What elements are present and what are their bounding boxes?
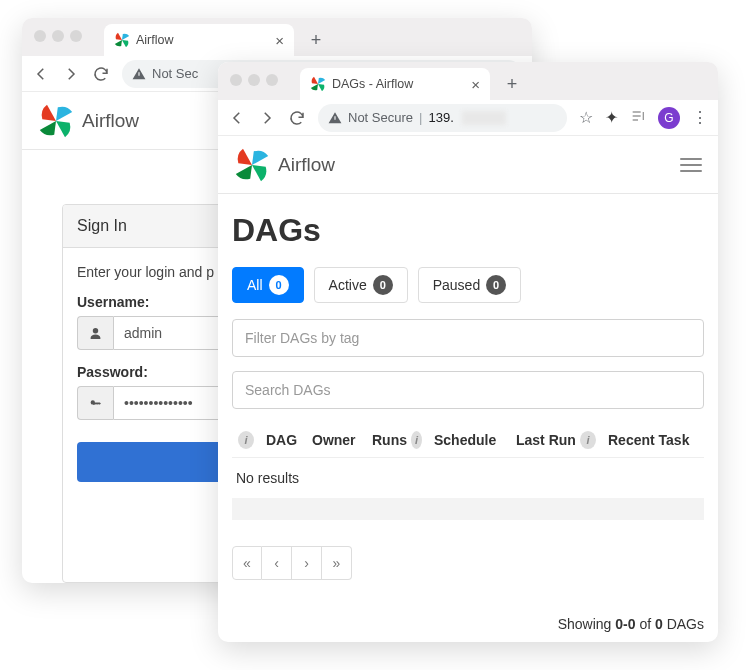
info-icon: i (580, 431, 596, 449)
filter-paused[interactable]: Paused 0 (418, 267, 521, 303)
pager-first[interactable]: « (232, 546, 262, 580)
reading-list-icon[interactable] (630, 108, 646, 128)
extension-icon[interactable]: ✦ (605, 108, 618, 127)
tab-title: DAGs - Airflow (332, 77, 413, 91)
th-schedule[interactable]: Schedule (428, 432, 510, 448)
info-icon: i (411, 431, 422, 449)
traffic-minimize[interactable] (52, 30, 64, 42)
th-recent[interactable]: Recent Task (602, 432, 695, 448)
th-dag[interactable]: DAG (260, 432, 306, 448)
pager: « ‹ › » (232, 546, 704, 580)
key-icon (77, 386, 113, 420)
filter-all[interactable]: All 0 (232, 267, 304, 303)
filter-active[interactable]: Active 0 (314, 267, 408, 303)
app-name: Airflow (278, 154, 335, 176)
toolbar-right: ☆ ✦ G ⋮ (579, 107, 708, 129)
airflow-favicon-icon (310, 76, 326, 92)
star-icon[interactable]: ☆ (579, 108, 593, 127)
pager-last[interactable]: » (322, 546, 352, 580)
user-icon (77, 316, 113, 350)
avatar[interactable]: G (658, 107, 680, 129)
app-name: Airflow (82, 110, 139, 132)
dags-content: DAGs All 0 Active 0 Paused 0 i DAG Owner… (218, 194, 718, 606)
address-bar[interactable]: Not Secure | 139. (318, 104, 567, 132)
app-navbar: Airflow (218, 136, 718, 194)
airflow-favicon-icon (114, 32, 130, 48)
address-ip: 139. (428, 110, 453, 125)
tab-title: Airflow (136, 33, 174, 47)
not-secure-label: Not Secure (348, 110, 413, 125)
nav-back-icon[interactable] (228, 109, 246, 127)
not-secure-warning-icon (328, 111, 342, 125)
pill-count: 0 (373, 275, 393, 295)
info-icon: i (232, 431, 260, 449)
pill-label: Paused (433, 277, 480, 293)
pill-count: 0 (486, 275, 506, 295)
tabstrip: Airflow × + (104, 24, 532, 56)
traffic-close[interactable] (230, 74, 242, 86)
tab-dags[interactable]: DAGs - Airflow × (300, 68, 490, 100)
new-tab-button[interactable]: + (498, 70, 526, 98)
page-title: DAGs (232, 212, 704, 249)
pager-prev[interactable]: ‹ (262, 546, 292, 580)
tab-close-icon[interactable]: × (275, 32, 284, 49)
browser-window-dags: DAGs - Airflow × + Not Secure | 139. ☆ ✦… (218, 62, 718, 642)
nav-reload-icon[interactable] (288, 109, 306, 127)
titlebar: Airflow × + (22, 18, 532, 56)
airflow-logo-icon (234, 147, 270, 183)
omnibar: Not Secure | 139. ☆ ✦ G ⋮ (218, 100, 718, 136)
table-footer-bar (232, 498, 704, 520)
pill-label: All (247, 277, 263, 293)
traffic-zoom[interactable] (266, 74, 278, 86)
footer-count: Showing 0-0 of 0 DAGs (218, 606, 718, 642)
pager-next[interactable]: › (292, 546, 322, 580)
airflow-logo-icon (38, 103, 74, 139)
nav-forward-icon[interactable] (62, 65, 80, 83)
th-owner[interactable]: Owner (306, 432, 366, 448)
nav-back-icon[interactable] (32, 65, 50, 83)
not-secure-label: Not Sec (152, 66, 198, 81)
traffic-close[interactable] (34, 30, 46, 42)
nav-reload-icon[interactable] (92, 65, 110, 83)
filter-pills: All 0 Active 0 Paused 0 (232, 267, 704, 303)
filter-tags-input[interactable] (232, 319, 704, 357)
tabstrip: DAGs - Airflow × + (300, 68, 718, 100)
menu-icon[interactable]: ⋮ (692, 108, 708, 127)
pill-label: Active (329, 277, 367, 293)
th-lastrun[interactable]: Last Run i (510, 431, 602, 449)
address-blurred (462, 111, 506, 125)
titlebar: DAGs - Airflow × + (218, 62, 718, 100)
tab-airflow[interactable]: Airflow × (104, 24, 294, 56)
pill-count: 0 (269, 275, 289, 295)
not-secure-warning-icon (132, 67, 146, 81)
nav-forward-icon[interactable] (258, 109, 276, 127)
traffic-minimize[interactable] (248, 74, 260, 86)
traffic-zoom[interactable] (70, 30, 82, 42)
no-results: No results (232, 457, 704, 498)
table-header: i DAG Owner Runs i Schedule Last Run i R… (232, 423, 704, 457)
hamburger-menu-icon[interactable] (680, 158, 702, 172)
th-runs[interactable]: Runs i (366, 431, 428, 449)
tab-close-icon[interactable]: × (471, 76, 480, 93)
search-dags-input[interactable] (232, 371, 704, 409)
traffic-lights (34, 30, 82, 42)
new-tab-button[interactable]: + (302, 26, 330, 54)
traffic-lights (230, 74, 278, 86)
